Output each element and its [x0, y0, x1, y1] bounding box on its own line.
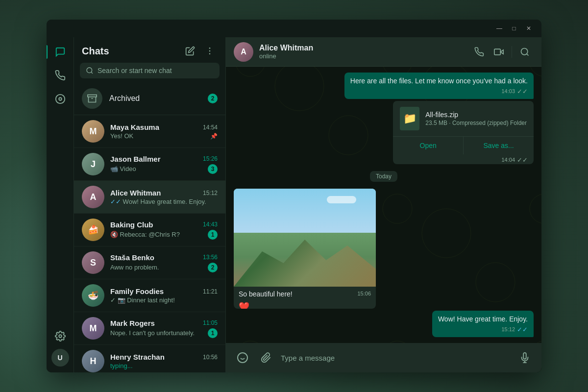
svg-point-4 [209, 50, 211, 52]
emoji-button[interactable] [234, 349, 251, 367]
file-icon: 📁 [400, 107, 419, 130]
chat-input-area [226, 343, 541, 372]
save-file-button[interactable]: Save as... [463, 137, 534, 154]
photo-reaction[interactable]: ❤️ [234, 300, 376, 309]
chat-item-alice[interactable]: A Alice Whitman 15:12 ✓✓ Wow! Have great… [74, 181, 225, 214]
photo-image [234, 189, 376, 287]
mic-button[interactable] [516, 349, 534, 367]
chat-header-avatar[interactable]: A [234, 42, 253, 62]
main-area: U Chats [47, 37, 541, 372]
svg-point-6 [87, 68, 92, 73]
file-name: All-files.zip [425, 111, 527, 119]
svg-point-11 [521, 48, 528, 54]
search-icon [86, 67, 94, 74]
msg-time-m1: 14:03 [501, 88, 515, 95]
pin-icon-maya: 📌 [210, 133, 218, 140]
nav-avatar[interactable]: U [51, 349, 69, 367]
new-chat-button[interactable] [182, 43, 198, 59]
file-actions: Open Save as... [393, 136, 534, 154]
chat-info-jason: Jason Ballmer 15:26 📹 Video 3 [110, 155, 218, 174]
nav-status[interactable] [49, 88, 71, 110]
chat-info-family: Family Foodies 11:21 ✓ 📷 Dinner last nig… [110, 287, 218, 304]
attach-button[interactable] [257, 349, 275, 367]
avatar-mark: M [82, 317, 104, 340]
avatar-family: 🍜 [82, 284, 104, 307]
archived-icon [82, 88, 102, 109]
chat-preview-maya: Yes! OK [110, 132, 210, 140]
file-meta: 14:04 ✓✓ [393, 154, 534, 164]
sidebar-header: Chats [74, 37, 225, 63]
chat-name-family: Family Foodies [110, 287, 164, 295]
svg-point-3 [209, 48, 211, 49]
chat-preview-mark: Nope. I can't go unfortunately. [110, 329, 208, 337]
sidebar-actions [182, 43, 218, 59]
chat-preview-henry: typing... [110, 362, 218, 369]
chat-list: Archived 2 M Maya Kasuma 14:54 Yes! [74, 82, 225, 372]
chat-time-mark: 11:05 [203, 319, 218, 326]
svg-point-5 [209, 53, 211, 55]
svg-point-2 [59, 335, 62, 338]
chat-preview-jason: 📹 Video [110, 165, 208, 172]
chat-item-maya[interactable]: M Maya Kasuma 14:54 Yes! OK 📌 [74, 115, 225, 148]
reaction-emoji: ❤️ [239, 302, 249, 309]
chat-time-henry: 10:56 [203, 354, 218, 361]
close-button[interactable]: ✕ [522, 22, 536, 35]
chat-item-baking[interactable]: 🍰 Baking Club 14:43 🔇 Rebecca: @Chris R?… [74, 214, 225, 246]
chat-time-jason: 15:26 [203, 155, 218, 162]
message-m5: Wow! Have great time. Enjoy. 15:12 ✓✓ [432, 311, 534, 337]
chat-preview-stasa: Aww no problem. [110, 264, 208, 271]
app-window: — □ ✕ [47, 20, 541, 372]
message-m1: Here are all the files. Let me know once… [344, 73, 534, 99]
chat-info-alice: Alice Whitman 15:12 ✓✓ Wow! Have great t… [110, 189, 218, 205]
msg-time-m5: 15:12 [501, 326, 515, 333]
search-bar [80, 63, 220, 78]
chat-name-henry: Henry Strachan [110, 353, 165, 361]
svg-rect-10 [494, 49, 501, 55]
chat-item-mark[interactable]: M Mark Rogers 11:05 Nope. I can't go unf… [74, 312, 225, 345]
message-input[interactable] [281, 354, 510, 362]
search-messages-button[interactable] [516, 43, 534, 61]
chat-item-stasa[interactable]: S Staša Benko 13:56 Aww no problem. 2 [74, 246, 225, 279]
avatar-alice: A [82, 186, 104, 208]
nav-chats[interactable] [49, 41, 71, 63]
nav-rail: U [47, 37, 74, 372]
chat-time-maya: 14:54 [203, 124, 218, 131]
badge-stasa: 2 [208, 263, 218, 272]
avatar-jason: J [82, 153, 104, 175]
chat-preview-baking: 🔇 Rebecca: @Chris R? [110, 231, 208, 238]
minimize-button[interactable]: — [492, 22, 506, 35]
chat-info-baking: Baking Club 14:43 🔇 Rebecca: @Chris R? 1 [110, 220, 218, 240]
contact-name: Alice Whitman [259, 44, 465, 52]
maximize-button[interactable]: □ [507, 22, 521, 35]
open-file-button[interactable]: Open [393, 137, 463, 154]
date-label: Today [370, 171, 397, 182]
photo-caption: So beautiful here! 15:06 [234, 287, 376, 300]
chat-time-alice: 15:12 [203, 190, 218, 196]
file-size: 23.5 MB · Compressed (zipped) Folder [425, 120, 527, 126]
photo-time: 15:06 [357, 291, 371, 296]
chat-name-alice: Alice Whitman [110, 189, 161, 197]
chat-preview-family: ✓ 📷 Dinner last night! [110, 296, 218, 304]
more-options-button[interactable] [202, 43, 218, 59]
message-text-m5: Wow! Have great time. Enjoy. [438, 315, 528, 323]
chat-name-baking: Baking Club [110, 220, 153, 229]
video-call-button[interactable] [490, 43, 508, 61]
avatar-baking: 🍰 [82, 219, 104, 241]
chat-info-stasa: Staša Benko 13:56 Aww no problem. 2 [110, 253, 218, 272]
header-divider [512, 46, 512, 58]
badge-mark: 1 [208, 328, 218, 338]
chat-item-jason[interactable]: J Jason Ballmer 15:26 📹 Video 3 [74, 148, 225, 181]
chat-item-henry[interactable]: H Henry Strachan 10:56 typing... [74, 345, 225, 372]
sidebar-title: Chats [82, 46, 109, 57]
nav-settings[interactable] [49, 325, 71, 347]
chat-main: A Alice Whitman online [226, 37, 541, 372]
nav-calls[interactable] [49, 65, 71, 86]
badge-jason: 3 [208, 164, 218, 174]
archived-row[interactable]: Archived 2 [74, 82, 225, 115]
voice-call-button[interactable] [470, 43, 488, 61]
message-text-m1: Here are all the files. Let me know once… [350, 77, 528, 85]
search-input[interactable] [98, 67, 214, 74]
avatar-maya: M [82, 120, 104, 143]
chat-item-family[interactable]: 🍜 Family Foodies 11:21 ✓ 📷 Dinner last n… [74, 279, 225, 312]
titlebar: — □ ✕ [47, 20, 541, 37]
